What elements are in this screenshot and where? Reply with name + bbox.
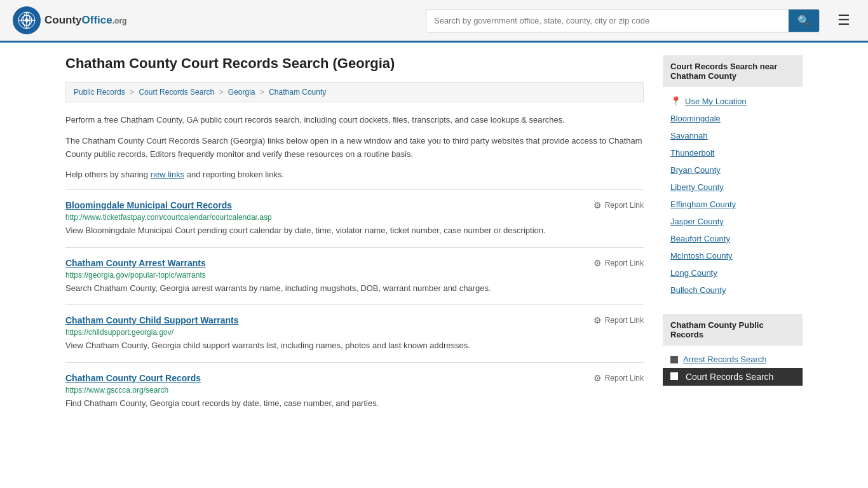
report-icon: ⚙: [593, 315, 602, 325]
report-link[interactable]: ⚙ Report Link: [593, 200, 644, 210]
report-link[interactable]: ⚙ Report Link: [593, 315, 644, 325]
logo-icon: [13, 6, 41, 34]
description-2: The Chatham County Court Records Search …: [65, 135, 644, 161]
search-input[interactable]: [426, 10, 789, 32]
page-title: Chatham County Court Records Search (Geo…: [65, 55, 644, 72]
sidebar-nearby-link[interactable]: Beaufort County: [670, 234, 730, 243]
record-url[interactable]: http://www.ticketfastpay.com/courtcalend…: [65, 213, 644, 222]
logo-link[interactable]: CountyOffice.org: [13, 6, 126, 34]
breadcrumb-chatham[interactable]: Chatham County: [269, 88, 326, 97]
report-icon: ⚙: [593, 200, 602, 210]
record-description: View Chatham County, Georgia child suppo…: [65, 339, 644, 352]
sidebar-pub-item: Arrest Records Search: [663, 351, 803, 368]
sidebar-nearby-item: Effingham County: [663, 196, 803, 213]
record-description: Find Chatham County, Georgia court recor…: [65, 397, 644, 410]
sidebar-nearby-link[interactable]: McIntosh County: [670, 251, 733, 261]
sidebar-nearby-item: Bloomingdale: [663, 110, 803, 127]
breadcrumb-sep-3: >: [260, 88, 266, 97]
report-icon: ⚙: [593, 373, 602, 383]
nearby-links: BloomingdaleSavannahThunderboltBryan Cou…: [663, 110, 803, 299]
description-3-after: and reporting broken links.: [184, 170, 284, 179]
menu-button[interactable]: ☰: [832, 10, 855, 31]
record-title[interactable]: Chatham County Child Support Warrants: [65, 315, 238, 325]
record-item: Chatham County Child Support Warrants ⚙ …: [65, 304, 644, 362]
public-records-section: Chatham County Public Records Arrest Rec…: [663, 314, 803, 391]
record-description: Search Chatham County, Georgia arrest wa…: [65, 282, 644, 295]
sidebar-nearby-link[interactable]: Jasper County: [670, 217, 724, 226]
description-1: Perform a free Chatham County, GA public…: [65, 114, 644, 127]
sidebar-nearby-link[interactable]: Savannah: [670, 131, 708, 140]
breadcrumb-sep-1: >: [130, 88, 136, 97]
record-title[interactable]: Chatham County Court Records: [65, 373, 201, 383]
sidebar-nearby-link[interactable]: Long County: [670, 268, 717, 278]
record-title[interactable]: Bloomingdale Municipal Court Records: [65, 200, 232, 210]
use-location-item: 📍 Use My Location: [663, 92, 803, 110]
pin-icon: 📍: [670, 96, 681, 106]
nearby-section: Court Records Search near Chatham County…: [663, 55, 803, 304]
sidebar-nearby-link[interactable]: Liberty County: [670, 182, 724, 192]
record-item: Bloomingdale Municipal Court Records ⚙ R…: [65, 189, 644, 247]
sidebar-nearby-link[interactable]: Bryan County: [670, 165, 721, 175]
sidebar-nearby-item: Long County: [663, 264, 803, 281]
sidebar: Court Records Search near Chatham County…: [663, 55, 803, 419]
sidebar-nearby-link[interactable]: Thunderbolt: [670, 148, 714, 158]
record-item: Chatham County Court Records ⚙ Report Li…: [65, 362, 644, 420]
record-url[interactable]: https://georgia.gov/popular-topic/warran…: [65, 271, 644, 280]
sidebar-nearby-item: Thunderbolt: [663, 144, 803, 161]
breadcrumb: Public Records > Court Records Search > …: [65, 82, 644, 102]
breadcrumb-public-records[interactable]: Public Records: [74, 88, 125, 97]
sidebar-pub-link[interactable]: Arrest Records Search: [683, 355, 767, 364]
record-description: View Bloomingdale Municipal Court pendin…: [65, 224, 644, 237]
report-icon: ⚙: [593, 258, 602, 268]
sidebar-nearby-item: Savannah: [663, 127, 803, 144]
breadcrumb-sep-2: >: [219, 88, 225, 97]
new-links-link[interactable]: new links: [151, 170, 184, 179]
record-header: Chatham County Court Records ⚙ Report Li…: [65, 373, 644, 383]
record-url[interactable]: https://www.gsccca.org/search: [65, 386, 644, 395]
sidebar-nearby-item: Beaufort County: [663, 230, 803, 247]
sidebar-nearby-item: Jasper County: [663, 213, 803, 230]
description-3: Help others by sharing new links and rep…: [65, 168, 644, 182]
search-button[interactable]: 🔍: [789, 10, 819, 32]
logo-text: CountyOffice.org: [44, 14, 126, 27]
sidebar-nearby-item: Bryan County: [663, 161, 803, 179]
nearby-content: 📍 Use My Location BloomingdaleSavannahTh…: [663, 87, 803, 304]
public-records-content: Arrest Records Search Court Records Sear…: [663, 346, 803, 391]
sidebar-nearby-link[interactable]: Bloomingdale: [670, 114, 721, 123]
record-header: Chatham County Child Support Warrants ⚙ …: [65, 315, 644, 325]
public-records-links: Arrest Records Search Court Records Sear…: [663, 351, 803, 386]
main-content: Chatham County Court Records Search (Geo…: [65, 55, 644, 419]
pub-record-icon: [670, 356, 678, 363]
public-records-title: Chatham County Public Records: [663, 314, 803, 346]
sidebar-nearby-link[interactable]: Effingham County: [670, 200, 736, 209]
sidebar-pub-item-highlighted: Court Records Search: [663, 368, 803, 386]
main-container: Chatham County Court Records Search (Geo…: [53, 43, 815, 432]
sidebar-nearby-item: Liberty County: [663, 179, 803, 196]
record-url[interactable]: https://childsupport.georgia.gov/: [65, 328, 644, 337]
use-location-link[interactable]: Use My Location: [685, 97, 747, 106]
nearby-title: Court Records Search near Chatham County: [663, 55, 803, 87]
records-list: Bloomingdale Municipal Court Records ⚙ R…: [65, 189, 644, 419]
description-3-before: Help others by sharing: [65, 170, 151, 179]
report-link[interactable]: ⚙ Report Link: [593, 373, 644, 383]
sidebar-pub-link[interactable]: Court Records Search: [686, 372, 774, 382]
record-header: Chatham County Arrest Warrants ⚙ Report …: [65, 258, 644, 268]
breadcrumb-georgia[interactable]: Georgia: [228, 88, 255, 97]
record-header: Bloomingdale Municipal Court Records ⚙ R…: [65, 200, 644, 210]
sidebar-nearby-item: Bulloch County: [663, 281, 803, 299]
header: CountyOffice.org 🔍 ☰: [0, 0, 868, 43]
sidebar-nearby-link[interactable]: Bulloch County: [670, 285, 726, 295]
report-link[interactable]: ⚙ Report Link: [593, 258, 644, 268]
record-title[interactable]: Chatham County Arrest Warrants: [65, 258, 206, 268]
sidebar-nearby-item: McIntosh County: [663, 247, 803, 264]
breadcrumb-court-records[interactable]: Court Records Search: [139, 88, 214, 97]
pub-record-icon: [670, 372, 678, 380]
search-bar: 🔍: [426, 9, 820, 32]
record-item: Chatham County Arrest Warrants ⚙ Report …: [65, 247, 644, 305]
